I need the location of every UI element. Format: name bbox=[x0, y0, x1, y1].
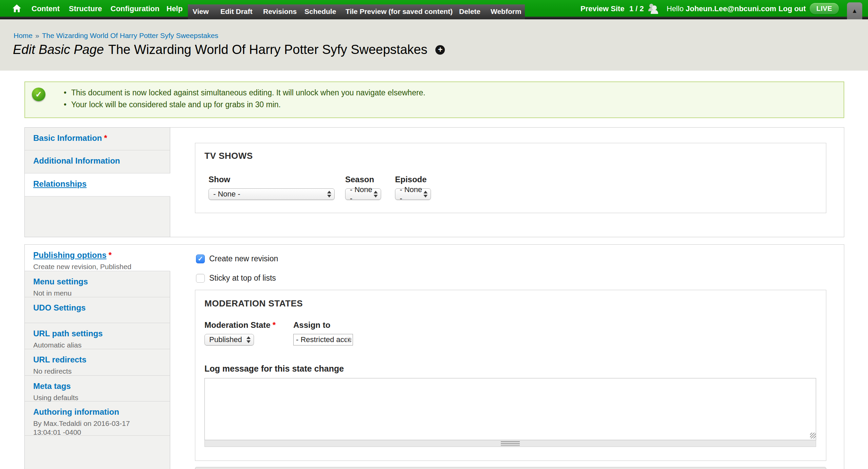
vtab-udo-settings[interactable]: UDO Settings bbox=[25, 297, 170, 323]
vtab-label: Authoring information bbox=[33, 407, 119, 416]
log-message-textarea[interactable] bbox=[204, 378, 816, 440]
vtab-publishing-options[interactable]: Publishing options* Create new revision,… bbox=[25, 245, 170, 271]
vtab-additional-information[interactable]: Additional Information bbox=[25, 150, 170, 173]
vtabs-filler bbox=[25, 436, 170, 469]
editing-users-icon bbox=[646, 3, 660, 15]
tab-edit-draft[interactable]: Edit Draft bbox=[220, 7, 253, 16]
vtab-summary: Create new revision, Published bbox=[33, 262, 161, 271]
vtab-label: Relationships bbox=[33, 179, 86, 188]
moderation-state-value: Published bbox=[209, 335, 242, 344]
tab-view[interactable]: View bbox=[193, 7, 209, 16]
tab-delete[interactable]: Delete bbox=[459, 7, 480, 16]
vtab-summary: By Max.Tedaldi on 2016-03-17 13:04:01 -0… bbox=[33, 419, 161, 437]
vtab-label: URL path settings bbox=[33, 329, 103, 338]
breadcrumb-home-link[interactable]: Home bbox=[14, 32, 33, 39]
vtab-label: Publishing options bbox=[33, 250, 106, 260]
fieldgroup-publishing: Publishing options* Create new revision,… bbox=[24, 244, 844, 469]
menu-item-structure[interactable]: Structure bbox=[69, 4, 102, 13]
relationships-pane: TV SHOWS Show - None - Season - None - bbox=[170, 128, 844, 237]
create-new-revision-row[interactable]: ✓ Create new revision bbox=[196, 254, 844, 263]
status-message-list: This document is now locked against simu… bbox=[62, 87, 426, 111]
vtab-label: Menu settings bbox=[33, 277, 88, 286]
live-environment-badge[interactable]: LIVE bbox=[810, 3, 839, 14]
moderation-state-label: Moderation State bbox=[204, 320, 271, 330]
collapse-toolbar-button[interactable]: ▲ bbox=[847, 2, 862, 19]
next-fieldset-partial[interactable] bbox=[195, 467, 826, 469]
vtab-label: URL redirects bbox=[33, 355, 86, 364]
status-message-box: ✓ This document is now locked against si… bbox=[24, 81, 844, 118]
vtab-label: Basic Information bbox=[33, 133, 102, 143]
tab-schedule[interactable]: Schedule bbox=[304, 7, 336, 16]
vtabs-filler bbox=[25, 196, 170, 237]
menu-item-content[interactable]: Content bbox=[32, 4, 60, 13]
vtab-url-redirects[interactable]: URL redirects No redirects bbox=[25, 349, 170, 376]
sticky-label[interactable]: Sticky at top of lists bbox=[209, 274, 276, 283]
create-new-revision-checkbox[interactable]: ✓ bbox=[196, 255, 205, 263]
vtab-menu-settings[interactable]: Menu settings Not in menu bbox=[25, 271, 170, 297]
user-account-link[interactable]: Joheun.Lee@nbcuni.com bbox=[686, 4, 776, 13]
textarea-resize-handle[interactable] bbox=[810, 433, 816, 438]
page-title-text: The Wizarding World Of Harry Potter Syfy… bbox=[108, 42, 427, 57]
moderation-states-fieldset: MODERATION STATES Moderation State* Publ… bbox=[195, 290, 826, 461]
log-message-label: Log message for this state change bbox=[204, 364, 817, 374]
vtab-summary: Automatic alias bbox=[33, 341, 161, 350]
user-greeting: Hello Joheun.Lee@nbcuni.com bbox=[667, 4, 776, 13]
episode-select[interactable]: - None - bbox=[395, 188, 431, 200]
preview-site-link[interactable]: Preview Site bbox=[580, 4, 625, 13]
vtab-meta-tags[interactable]: Meta tags Using defaults bbox=[25, 376, 170, 401]
vtab-summary-line: By Max.Tedaldi on 2016-03-17 bbox=[33, 419, 161, 428]
episode-label: Episode bbox=[395, 175, 431, 184]
vtab-relationships[interactable]: Relationships bbox=[25, 173, 170, 196]
vtab-summary: Using defaults bbox=[33, 393, 161, 402]
moderation-state-select[interactable]: Published bbox=[204, 334, 254, 345]
assign-to-input[interactable] bbox=[293, 334, 353, 345]
episode-select-value: - None - bbox=[400, 185, 423, 203]
greeting-prefix: Hello bbox=[667, 4, 686, 13]
vtab-authoring-information[interactable]: Authoring information By Max.Tedaldi on … bbox=[25, 401, 170, 436]
vtab-label: UDO Settings bbox=[33, 303, 86, 312]
select-arrows-icon bbox=[246, 336, 251, 343]
publishing-pane: ✓ Create new revision Sticky at top of l… bbox=[170, 245, 844, 469]
assign-to-label: Assign to bbox=[293, 320, 353, 330]
tv-shows-fieldset: TV SHOWS Show - None - Season - None - bbox=[195, 143, 826, 213]
vertical-tabs-group1: Basic Information* Additional Informatio… bbox=[25, 128, 170, 237]
vtab-summary: No redirects bbox=[33, 367, 161, 376]
select-arrows-icon bbox=[374, 191, 378, 198]
breadcrumb-current-link[interactable]: The Wizarding World Of Harry Potter Syfy… bbox=[42, 32, 218, 39]
page-header: Home»The Wizarding World Of Harry Potter… bbox=[0, 19, 868, 71]
status-check-icon: ✓ bbox=[32, 88, 45, 101]
fieldgroup-relationships: Basic Information* Additional Informatio… bbox=[24, 127, 844, 237]
vtab-url-path-settings[interactable]: URL path settings Automatic alias bbox=[25, 323, 170, 349]
status-message-line: Your lock will be considered stale and u… bbox=[62, 99, 426, 111]
sticky-row[interactable]: Sticky at top of lists bbox=[196, 274, 844, 283]
tab-revisions[interactable]: Revisions bbox=[263, 7, 297, 16]
sticky-checkbox[interactable] bbox=[196, 274, 205, 283]
moderation-states-legend: MODERATION STATES bbox=[204, 298, 817, 309]
required-marker: * bbox=[273, 320, 276, 330]
season-select[interactable]: - None - bbox=[345, 188, 381, 200]
textarea-grippie-handle[interactable] bbox=[204, 440, 816, 447]
menu-item-help[interactable]: Help bbox=[166, 4, 183, 13]
select-arrows-icon bbox=[327, 191, 331, 198]
page-title-prefix: Edit Basic Page bbox=[13, 42, 104, 57]
vtab-summary: Not in menu bbox=[33, 289, 161, 298]
menu-item-configuration[interactable]: Configuration bbox=[111, 4, 159, 13]
contextual-links-icon[interactable]: + bbox=[435, 45, 445, 55]
show-label: Show bbox=[209, 175, 335, 184]
vertical-tabs-group2: Publishing options* Create new revision,… bbox=[25, 245, 170, 469]
tv-shows-legend: TV SHOWS bbox=[204, 151, 817, 161]
season-label: Season bbox=[345, 175, 381, 184]
required-marker: * bbox=[108, 250, 112, 260]
logout-link[interactable]: Log out bbox=[778, 4, 806, 13]
tab-tile-preview[interactable]: Tile Preview (for saved content) bbox=[346, 7, 453, 16]
required-marker: * bbox=[104, 133, 107, 143]
collapse-toolbar-icon: ▲ bbox=[852, 7, 858, 15]
vtab-basic-information[interactable]: Basic Information* bbox=[25, 128, 170, 150]
vtab-label: Meta tags bbox=[33, 381, 71, 391]
tab-webform[interactable]: Webform bbox=[491, 7, 521, 16]
vtab-label: Additional Information bbox=[33, 156, 120, 165]
show-select[interactable]: - None - bbox=[209, 188, 335, 200]
home-icon[interactable] bbox=[12, 4, 21, 13]
create-new-revision-label[interactable]: Create new revision bbox=[209, 254, 278, 263]
node-tab-strip: View Edit Draft Revisions Schedule Tile … bbox=[188, 4, 525, 19]
